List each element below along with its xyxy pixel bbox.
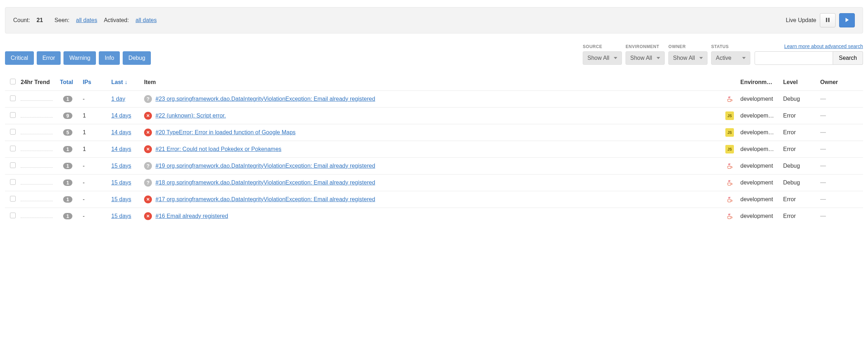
play-icon <box>844 17 849 24</box>
filter-label: STATUS <box>711 44 750 49</box>
level-filter-critical[interactable]: Critical <box>5 51 34 65</box>
live-update: Live Update <box>786 13 855 27</box>
last-seen-link[interactable]: 15 days <box>111 196 131 202</box>
row-checkbox[interactable] <box>10 129 16 135</box>
table-row: 9114 days#22 (unknown): Script error.JSd… <box>5 108 863 124</box>
row-checkbox[interactable] <box>10 213 16 218</box>
chevron-down-icon <box>742 57 746 59</box>
environment-value: developem… <box>737 108 780 124</box>
javascript-icon: JS <box>725 111 734 120</box>
table-row: 1-15 days#17 org.springframework.dao.Dat… <box>5 191 863 208</box>
total-badge: 9 <box>63 113 72 119</box>
last-seen-link[interactable]: 15 days <box>111 163 131 169</box>
filter-dropdown-status[interactable]: Active <box>711 51 750 65</box>
ips-value: - <box>79 208 108 225</box>
search-input[interactable] <box>755 51 833 65</box>
advanced-search-link[interactable]: Learn more about advanced search <box>784 43 863 49</box>
chevron-down-icon <box>699 57 703 59</box>
chevron-down-icon <box>614 57 617 59</box>
level-filter-info[interactable]: Info <box>99 51 120 65</box>
filter-status: STATUSActive <box>711 44 750 65</box>
play-button[interactable] <box>839 13 855 27</box>
java-icon <box>725 162 734 170</box>
col-env: Environm… <box>737 75 780 91</box>
item-link[interactable]: #23 org.springframework.dao.DataIntegrit… <box>155 96 375 102</box>
activated-filter-link[interactable]: all dates <box>136 17 157 23</box>
activated-group: Activated: all dates <box>104 17 157 23</box>
item-link[interactable]: #21 Error: Could not load Pokedex or Pok… <box>155 146 281 152</box>
pause-icon <box>825 17 830 24</box>
error-icon <box>144 212 152 220</box>
count-value: 21 <box>37 17 43 23</box>
trend-sparkline <box>21 97 53 101</box>
item-link[interactable]: #18 org.springframework.dao.DataIntegrit… <box>155 179 375 186</box>
owner-value: — <box>820 96 826 102</box>
item-link[interactable]: #16 Email already registered <box>155 213 228 219</box>
environment-value: development <box>737 91 780 108</box>
total-badge: 1 <box>63 213 72 219</box>
filter-owner: OWNERShow All <box>668 44 708 65</box>
items-table: 24hr Trend Total IPs Last ↓ Item Environ… <box>5 75 863 224</box>
level-filter-debug[interactable]: Debug <box>123 51 151 65</box>
seen-filter-link[interactable]: all dates <box>76 17 97 23</box>
last-seen-link[interactable]: 14 days <box>111 113 131 119</box>
level-filter-warning[interactable]: Warning <box>63 51 96 65</box>
level-buttons: CriticalErrorWarningInfoDebug <box>5 51 151 65</box>
last-seen-link[interactable]: 1 day <box>111 96 125 102</box>
pause-button[interactable] <box>820 13 836 27</box>
filter-value: Show All <box>587 55 609 61</box>
item-link[interactable]: #20 TypeError: Error in loaded function … <box>155 129 296 136</box>
item-link[interactable]: #19 org.springframework.dao.DataIntegrit… <box>155 163 375 169</box>
total-badge: 1 <box>63 179 72 186</box>
trend-sparkline <box>21 131 53 134</box>
error-icon <box>144 145 152 153</box>
seen-group: Seen: all dates <box>55 17 99 23</box>
filter-label: SOURCE <box>583 44 622 49</box>
row-checkbox[interactable] <box>10 112 16 118</box>
count-label: Count: 21 <box>13 17 50 23</box>
table-row: 1-15 days#18 org.springframework.dao.Dat… <box>5 174 863 191</box>
javascript-icon: JS <box>725 128 734 137</box>
search-button[interactable]: Search <box>833 51 863 65</box>
row-checkbox[interactable] <box>10 162 16 168</box>
row-checkbox[interactable] <box>10 196 16 202</box>
col-ips[interactable]: IPs <box>79 75 108 91</box>
owner-value: — <box>820 163 826 169</box>
ips-value: 1 <box>79 141 108 158</box>
environment-value: development <box>737 174 780 191</box>
owner-value: — <box>820 196 826 202</box>
last-seen-link[interactable]: 14 days <box>111 129 131 135</box>
filter-dropdowns: SOURCEShow AllENVIRONMENTShow AllOWNERSh… <box>583 44 752 65</box>
level-filter-error[interactable]: Error <box>37 51 61 65</box>
level-value: Debug <box>780 91 817 108</box>
ips-value: - <box>79 158 108 174</box>
col-last[interactable]: Last ↓ <box>108 75 141 91</box>
owner-value: — <box>820 129 826 135</box>
col-total[interactable]: Total <box>56 75 79 91</box>
chevron-down-icon <box>657 57 660 59</box>
error-icon <box>144 129 152 136</box>
owner-value: — <box>820 179 826 186</box>
ips-value: - <box>79 191 108 208</box>
item-link[interactable]: #22 (unknown): Script error. <box>155 113 226 119</box>
last-seen-link[interactable]: 14 days <box>111 146 131 152</box>
filter-dropdown-environment[interactable]: Show All <box>626 51 665 65</box>
last-seen-link[interactable]: 15 days <box>111 213 131 219</box>
table-row: 1114 days#21 Error: Could not load Poked… <box>5 141 863 158</box>
row-checkbox[interactable] <box>10 95 16 101</box>
col-level: Level <box>780 75 817 91</box>
svg-marker-2 <box>846 18 849 22</box>
status-bar: Count: 21 Seen: all dates Activated: all… <box>5 7 863 33</box>
item-link[interactable]: #17 org.springframework.dao.DataIntegrit… <box>155 196 375 203</box>
filter-environment: ENVIRONMENTShow All <box>626 44 665 65</box>
filter-dropdown-owner[interactable]: Show All <box>668 51 708 65</box>
select-all-checkbox[interactable] <box>10 79 16 84</box>
question-icon <box>144 162 152 170</box>
filter-row: CriticalErrorWarningInfoDebug SOURCEShow… <box>5 43 863 65</box>
row-checkbox[interactable] <box>10 146 16 151</box>
owner-value: — <box>820 113 826 119</box>
row-checkbox[interactable] <box>10 179 16 185</box>
level-value: Error <box>780 191 817 208</box>
last-seen-link[interactable]: 15 days <box>111 179 131 186</box>
filter-dropdown-source[interactable]: Show All <box>583 51 622 65</box>
